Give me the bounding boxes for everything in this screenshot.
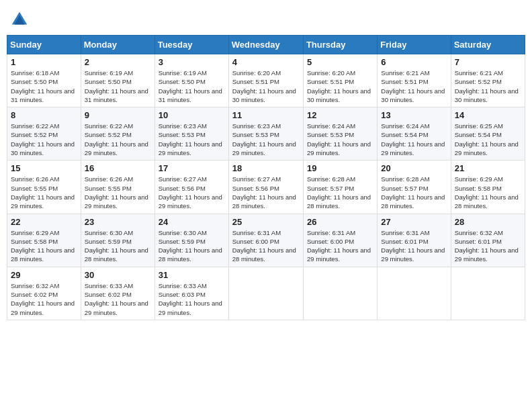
day-number: 11 [232,110,300,120]
day-info: Sunrise: 6:23 AM Sunset: 5:53 PM Dayligh… [159,122,225,157]
calendar-cell: 3 Sunrise: 6:19 AM Sunset: 5:50 PM Dayli… [154,54,228,107]
day-info: Sunrise: 6:26 AM Sunset: 5:55 PM Dayligh… [85,175,151,210]
sunset-label: Sunset: 5:57 PM [307,185,354,192]
sunset-label: Sunset: 5:50 PM [159,78,206,85]
calendar-table: SundayMondayTuesdayWednesdayThursdayFrid… [7,35,525,320]
day-info: Sunrise: 6:33 AM Sunset: 6:02 PM Dayligh… [85,281,151,317]
weekday-header-tuesday: Tuesday [154,36,228,54]
calendar-cell: 20 Sunrise: 6:28 AM Sunset: 5:57 PM Dayl… [378,161,451,214]
daylight-label: Daylight: 11 hours and 29 minutes. [307,140,371,156]
day-info: Sunrise: 6:22 AM Sunset: 5:52 PM Dayligh… [11,122,77,157]
sunrise-label: Sunrise: 6:25 AM [455,122,503,130]
day-info: Sunrise: 6:20 AM Sunset: 5:51 PM Dayligh… [232,68,300,104]
daylight-label: Daylight: 11 hours and 29 minutes. [159,300,222,316]
daylight-label: Daylight: 11 hours and 28 minutes. [381,193,445,210]
day-number: 16 [85,163,151,173]
sunrise-label: Sunrise: 6:28 AM [307,175,355,183]
sunrise-label: Sunrise: 6:19 AM [85,69,133,77]
daylight-label: Daylight: 11 hours and 29 minutes. [85,193,148,210]
day-number: 30 [85,270,151,280]
daylight-label: Daylight: 11 hours and 31 minutes. [159,87,222,103]
daylight-label: Daylight: 11 hours and 29 minutes. [307,246,371,263]
calendar-week-4: 22 Sunrise: 6:29 AM Sunset: 5:58 PM Dayl… [7,214,525,267]
daylight-label: Daylight: 11 hours and 29 minutes. [159,140,222,156]
day-number: 17 [159,163,225,173]
calendar-cell: 9 Sunrise: 6:22 AM Sunset: 5:52 PM Dayli… [81,107,154,161]
calendar-cell: 4 Sunrise: 6:20 AM Sunset: 5:51 PM Dayli… [228,54,303,107]
sunset-label: Sunset: 5:55 PM [85,185,132,192]
sunrise-label: Sunrise: 6:22 AM [11,122,59,130]
daylight-label: Daylight: 11 hours and 30 minutes. [381,87,445,103]
calendar-cell [378,267,451,320]
day-number: 3 [159,57,225,67]
day-info: Sunrise: 6:25 AM Sunset: 5:54 PM Dayligh… [455,122,521,157]
sunrise-label: Sunrise: 6:27 AM [159,175,207,183]
sunset-label: Sunset: 5:58 PM [11,238,58,245]
day-number: 26 [307,217,373,227]
calendar-cell: 5 Sunrise: 6:20 AM Sunset: 5:51 PM Dayli… [303,54,377,107]
calendar-cell [451,267,525,320]
day-number: 22 [11,217,77,227]
sunrise-label: Sunrise: 6:23 AM [232,122,281,130]
day-info: Sunrise: 6:27 AM Sunset: 5:56 PM Dayligh… [232,175,300,210]
day-info: Sunrise: 6:29 AM Sunset: 5:58 PM Dayligh… [455,175,521,210]
sunset-label: Sunset: 5:59 PM [159,238,206,245]
day-info: Sunrise: 6:19 AM Sunset: 5:50 PM Dayligh… [85,68,151,104]
sunrise-label: Sunrise: 6:29 AM [11,229,59,236]
calendar-cell: 25 Sunrise: 6:31 AM Sunset: 6:00 PM Dayl… [228,214,303,267]
daylight-label: Daylight: 11 hours and 29 minutes. [11,300,75,316]
sunrise-label: Sunrise: 6:31 AM [381,229,429,236]
calendar-cell: 7 Sunrise: 6:21 AM Sunset: 5:52 PM Dayli… [451,54,525,107]
calendar-week-3: 15 Sunrise: 6:26 AM Sunset: 5:55 PM Dayl… [7,161,525,214]
day-info: Sunrise: 6:24 AM Sunset: 5:53 PM Dayligh… [307,122,373,157]
day-info: Sunrise: 6:33 AM Sunset: 6:03 PM Dayligh… [159,281,225,317]
calendar-week-1: 1 Sunrise: 6:18 AM Sunset: 5:50 PM Dayli… [7,54,525,107]
daylight-label: Daylight: 11 hours and 29 minutes. [381,246,445,263]
sunrise-label: Sunrise: 6:33 AM [85,282,133,289]
day-info: Sunrise: 6:18 AM Sunset: 5:50 PM Dayligh… [11,68,77,104]
day-number: 21 [455,163,521,173]
calendar-cell: 12 Sunrise: 6:24 AM Sunset: 5:53 PM Dayl… [303,107,377,161]
sunset-label: Sunset: 6:00 PM [307,238,354,245]
day-number: 13 [381,110,447,120]
sunset-label: Sunset: 5:54 PM [381,131,428,138]
sunrise-label: Sunrise: 6:30 AM [159,229,207,236]
calendar-cell: 21 Sunrise: 6:29 AM Sunset: 5:58 PM Dayl… [451,161,525,214]
sunset-label: Sunset: 5:52 PM [85,131,132,138]
calendar-cell: 15 Sunrise: 6:26 AM Sunset: 5:55 PM Dayl… [7,161,81,214]
sunset-label: Sunset: 5:52 PM [455,78,502,85]
day-number: 31 [159,270,225,280]
sunset-label: Sunset: 5:51 PM [232,78,279,85]
daylight-label: Daylight: 11 hours and 28 minutes. [232,246,296,263]
sunrise-label: Sunrise: 6:20 AM [232,69,281,77]
calendar-cell: 31 Sunrise: 6:33 AM Sunset: 6:03 PM Dayl… [154,267,228,320]
sunset-label: Sunset: 5:51 PM [381,78,428,85]
calendar-cell [303,267,377,320]
day-number: 7 [455,57,521,67]
weekday-header-sunday: Sunday [7,36,81,54]
daylight-label: Daylight: 11 hours and 30 minutes. [232,87,296,103]
day-info: Sunrise: 6:19 AM Sunset: 5:50 PM Dayligh… [159,68,225,104]
sunrise-label: Sunrise: 6:21 AM [455,69,503,77]
day-info: Sunrise: 6:27 AM Sunset: 5:56 PM Dayligh… [159,175,225,210]
sunrise-label: Sunrise: 6:29 AM [455,175,503,183]
sunset-label: Sunset: 6:03 PM [159,291,206,298]
calendar-cell: 26 Sunrise: 6:31 AM Sunset: 6:00 PM Dayl… [303,214,377,267]
sunrise-label: Sunrise: 6:26 AM [85,175,133,183]
day-info: Sunrise: 6:26 AM Sunset: 5:55 PM Dayligh… [11,175,77,210]
day-info: Sunrise: 6:22 AM Sunset: 5:52 PM Dayligh… [85,122,151,157]
day-number: 8 [11,110,77,120]
daylight-label: Daylight: 11 hours and 29 minutes. [85,300,148,316]
day-number: 2 [85,57,151,67]
sunrise-label: Sunrise: 6:23 AM [159,122,207,130]
sunset-label: Sunset: 5:52 PM [11,131,58,138]
sunset-label: Sunset: 6:01 PM [455,238,502,245]
sunrise-label: Sunrise: 6:26 AM [11,175,59,183]
calendar-cell: 23 Sunrise: 6:30 AM Sunset: 5:59 PM Dayl… [81,214,154,267]
day-number: 14 [455,110,521,120]
calendar-cell [228,267,303,320]
daylight-label: Daylight: 11 hours and 30 minutes. [11,140,75,156]
daylight-label: Daylight: 11 hours and 30 minutes. [455,87,519,103]
day-info: Sunrise: 6:21 AM Sunset: 5:51 PM Dayligh… [381,68,447,104]
sunset-label: Sunset: 6:00 PM [232,238,279,245]
